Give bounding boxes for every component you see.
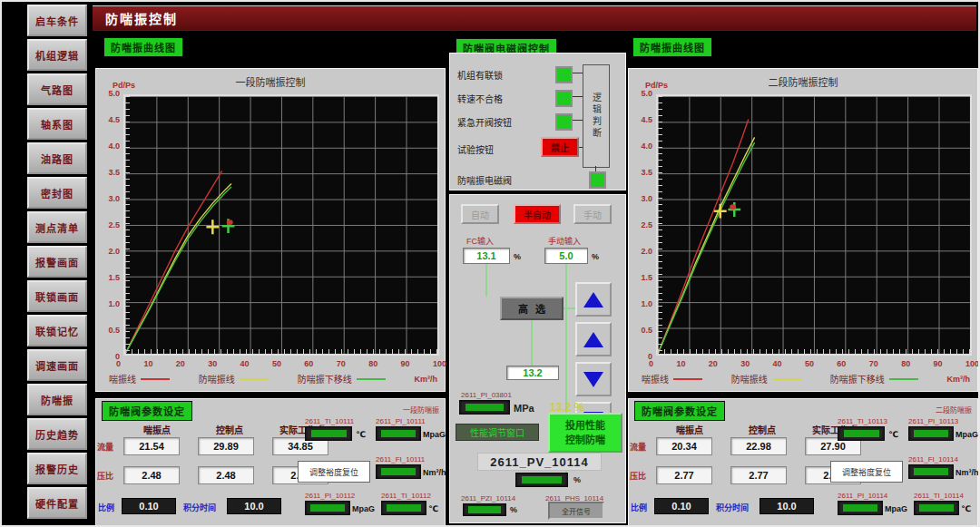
curve-喘振线 xyxy=(658,120,749,354)
sidebar-item-13[interactable]: 报警历史 xyxy=(27,453,87,484)
valve-percent-readout: 13.2 % xyxy=(550,401,583,414)
fc-input-label: FC输入 xyxy=(466,235,494,247)
sidebar-item-4[interactable]: 油路图 xyxy=(27,142,87,174)
anti-surge-control-screen: 启车条件机组逻辑气路图轴系图油路图密封图测点清单报警画面联锁画面联锁记忆调速画面… xyxy=(0,0,980,527)
valve-unit: % xyxy=(573,475,581,484)
manual-input-label: 手动输入 xyxy=(548,235,581,247)
legend-item-0: 喘振线 xyxy=(109,372,170,385)
y-tick-label: 4.0 xyxy=(641,142,652,151)
x-axis-unit-label: Km³/h xyxy=(414,375,437,384)
tag-value-display xyxy=(908,464,954,479)
legend-label: 防喘振线 xyxy=(199,372,235,385)
params-title: 防喘阀参数设定 xyxy=(102,401,192,421)
fc-input-field[interactable]: 13.1 xyxy=(463,248,510,264)
manual-input-field[interactable]: 5.0 xyxy=(544,248,588,264)
legend-label: 喘振线 xyxy=(109,372,136,385)
col-header-control: 控制点 xyxy=(216,423,243,436)
y-tick-label: 2.5 xyxy=(108,220,120,229)
x-tick-label: 60 xyxy=(304,359,313,368)
x-tick-label: 10 xyxy=(143,359,152,368)
signal-line xyxy=(531,320,533,366)
enable-performance-control-button[interactable]: 投用性能 控制防喘 xyxy=(548,413,622,453)
params-corner-label: 二段防喘振 xyxy=(936,405,972,415)
y-tick-label: 4.5 xyxy=(641,115,652,124)
sidebar-item-9[interactable]: 联锁记忆 xyxy=(27,315,87,346)
auto-mode-button[interactable]: 自动 xyxy=(461,204,499,224)
x-tick-label: 10 xyxy=(676,359,685,368)
legend-item-2: 防喘振下移线 xyxy=(298,372,386,385)
sidebar-item-11[interactable]: 防喘振 xyxy=(27,384,87,415)
increase-fast-button[interactable] xyxy=(575,282,612,317)
tag-label: 2611_FI_10111 xyxy=(376,455,425,464)
sidebar-item-5[interactable]: 密封图 xyxy=(27,177,87,209)
margin-reset-button[interactable]: 调整裕度复位 xyxy=(830,461,903,483)
params-panel-stage1: 防喘阀参数设定 一段防喘振 喘振点 控制点 实际工作点 流量 21.54 29.… xyxy=(95,398,446,526)
solenoid-valve-label: 防喘振电磁阀 xyxy=(457,173,512,187)
increase-button[interactable] xyxy=(575,322,612,356)
sidebar-item-2[interactable]: 气路图 xyxy=(27,73,87,105)
solenoid-valve-panel: 机组有联锁 转速不合格 紧急开阀按钮 试验按钮 禁止 逻辑判断 防喘振电磁阀 xyxy=(449,53,626,190)
open-signal-button[interactable]: 全开信号 xyxy=(548,502,604,520)
sidebar-item-3[interactable]: 轴系图 xyxy=(27,108,87,140)
tag-value-display xyxy=(376,426,421,441)
x-tick-label: 40 xyxy=(773,359,782,368)
manual-mode-button[interactable]: 手动 xyxy=(573,204,612,224)
legend-swatch xyxy=(772,378,801,380)
i-time-field[interactable]: 10.0 xyxy=(227,498,281,514)
row-ratio-label: 压比 xyxy=(97,470,121,482)
i-time-field[interactable]: 10.0 xyxy=(760,498,814,514)
row-flow-label: 流量 xyxy=(97,441,121,453)
margin-reset-button[interactable]: 调整裕度复位 xyxy=(298,461,370,483)
legend-label: 防喘振下移线 xyxy=(830,372,885,385)
arrow-up-icon xyxy=(583,332,603,347)
x-tick-label: 100 xyxy=(433,359,446,368)
valve-pos-unit: % xyxy=(510,505,517,514)
led-value xyxy=(914,468,947,475)
sidebar-item-8[interactable]: 联锁画面 xyxy=(27,280,87,312)
x-tick-label: 70 xyxy=(337,359,346,368)
y-tick-label: 3.5 xyxy=(108,168,120,177)
legend-label: 喘振线 xyxy=(642,372,669,385)
legend-item-0: 喘振线 xyxy=(642,372,702,385)
row-ratio-label: 压比 xyxy=(630,470,653,482)
sidebar-item-6[interactable]: 测点清单 xyxy=(27,211,87,243)
plot-area-stage2 xyxy=(656,94,972,356)
decrease-button[interactable] xyxy=(575,362,612,396)
pressure-tag-label: 2611_PI_03801 xyxy=(461,391,512,399)
p-gain-field[interactable]: 0.10 xyxy=(122,498,176,514)
params-title: 防喘阀参数设定 xyxy=(634,401,725,421)
legend-swatch xyxy=(889,378,918,380)
sidebar-item-1[interactable]: 机组逻辑 xyxy=(27,39,87,71)
high-select-button[interactable]: 高选 xyxy=(500,297,564,320)
p-gain-label: 比例 xyxy=(98,502,114,513)
sidebar-item-0[interactable]: 启车条件 xyxy=(27,5,87,36)
semi-auto-mode-button[interactable]: 半自动 xyxy=(514,204,561,224)
x-tick-label: 70 xyxy=(869,359,878,368)
test-button[interactable]: 禁止 xyxy=(541,137,579,157)
params-panel-stage2: 防喘阀参数设定 二段防喘振 喘振点 控制点 实际工作点 流量 20.34 22.… xyxy=(628,398,978,526)
led-value xyxy=(310,504,344,512)
surge-curves-stage2 xyxy=(658,96,970,354)
x-tick-label: 0 xyxy=(116,359,121,368)
chart-title-stage2: 二段防喘振控制 xyxy=(629,74,977,89)
sidebar-item-14[interactable]: 硬件配置 xyxy=(27,487,87,519)
manual-input-unit: % xyxy=(592,252,599,261)
sidebar-item-7[interactable]: 报警画面 xyxy=(27,246,87,278)
minor-ticks-x xyxy=(125,349,437,354)
operating-point-marker xyxy=(206,220,219,234)
sidebar-item-12[interactable]: 历史趋势 xyxy=(27,418,87,450)
tag-value-display xyxy=(838,501,883,515)
pressure-value-display xyxy=(459,400,510,415)
tag-unit: ℃ xyxy=(888,430,898,439)
sidebar-item-10[interactable]: 调速画面 xyxy=(27,349,87,381)
output-value-field[interactable]: 13.2 xyxy=(506,366,559,380)
y-tick-label: 2.0 xyxy=(108,247,120,256)
col-header-surge: 喘振点 xyxy=(676,423,703,436)
x-axis-ticks: 0102030405060708090100 xyxy=(649,359,979,368)
performance-window-button[interactable]: 性能调节窗口 xyxy=(456,424,539,441)
led-value xyxy=(381,468,415,475)
led-value xyxy=(468,506,501,512)
legend-swatch xyxy=(240,378,269,380)
legend-item-2: 防喘振下移线 xyxy=(830,372,918,385)
p-gain-field[interactable]: 0.10 xyxy=(654,498,709,514)
